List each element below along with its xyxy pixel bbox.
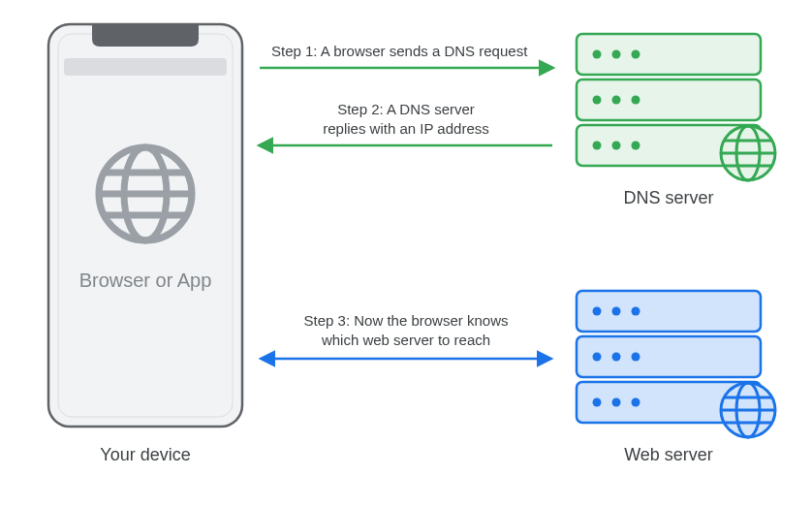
svg-rect-25 — [577, 291, 761, 332]
svg-point-12 — [612, 50, 621, 59]
svg-point-16 — [632, 96, 640, 105]
web-server — [577, 291, 775, 437]
step2-text-line2: replies with an IP address — [323, 120, 488, 137]
svg-point-19 — [632, 142, 640, 150]
svg-point-32 — [612, 353, 621, 362]
dns-server — [577, 34, 775, 180]
globe-icon — [721, 126, 775, 180]
svg-point-31 — [593, 353, 602, 362]
device-label: Your device — [100, 445, 190, 464]
step1-arrow: Step 1: A browser sends a DNS request — [260, 43, 552, 68]
svg-point-35 — [612, 398, 621, 407]
svg-point-15 — [612, 96, 621, 105]
device-phone: Browser or App — [48, 24, 242, 427]
step2-text-line1: Step 2: A DNS server — [337, 101, 475, 117]
svg-point-30 — [632, 307, 640, 316]
web-server-label: Web server — [624, 445, 713, 464]
svg-rect-8 — [577, 34, 761, 75]
svg-point-17 — [593, 142, 602, 150]
svg-point-36 — [632, 398, 640, 407]
step1-text: Step 1: A browser sends a DNS request — [271, 43, 528, 59]
dns-server-label: DNS server — [623, 188, 713, 207]
browser-app-label: Browser or App — [79, 269, 212, 291]
svg-rect-9 — [577, 79, 761, 120]
svg-point-14 — [593, 96, 602, 105]
diagram-canvas: Browser or App Your device Step 1: A bro… — [0, 0, 812, 507]
svg-point-29 — [612, 307, 621, 316]
svg-point-34 — [593, 398, 602, 407]
svg-point-28 — [593, 307, 602, 316]
svg-point-33 — [632, 353, 640, 362]
svg-point-11 — [593, 50, 602, 59]
svg-rect-1 — [58, 34, 233, 417]
address-bar — [64, 58, 227, 76]
svg-rect-26 — [577, 336, 761, 377]
step3-text-line1: Step 3: Now the browser knows — [304, 312, 509, 329]
step3-arrow: Step 3: Now the browser knows which web … — [262, 312, 550, 359]
step2-arrow: Step 2: A DNS server replies with an IP … — [260, 101, 552, 145]
svg-point-13 — [632, 50, 640, 59]
globe-icon — [721, 383, 775, 437]
step3-text-line2: which web server to reach — [321, 332, 490, 348]
svg-point-18 — [612, 142, 621, 150]
